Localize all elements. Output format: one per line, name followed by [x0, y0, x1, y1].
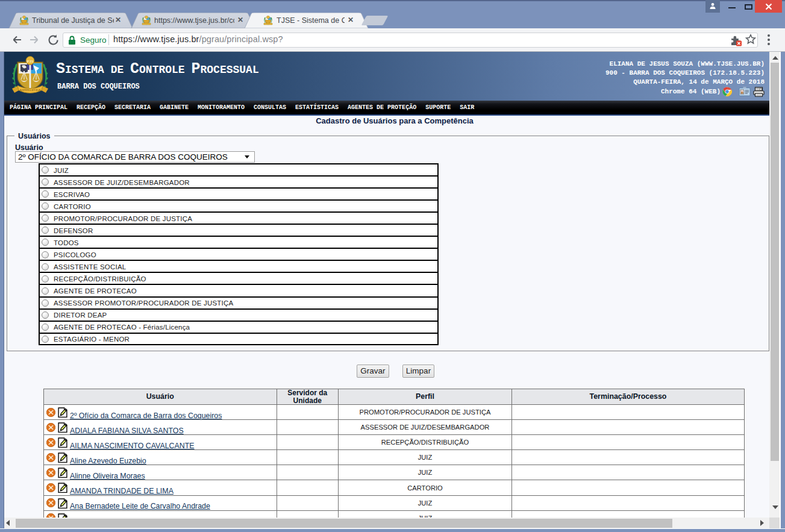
svg-text:PJS: PJS [27, 59, 34, 64]
svg-text:JUSTITIA ET PAX: JUSTITIA ET PAX [19, 89, 41, 92]
